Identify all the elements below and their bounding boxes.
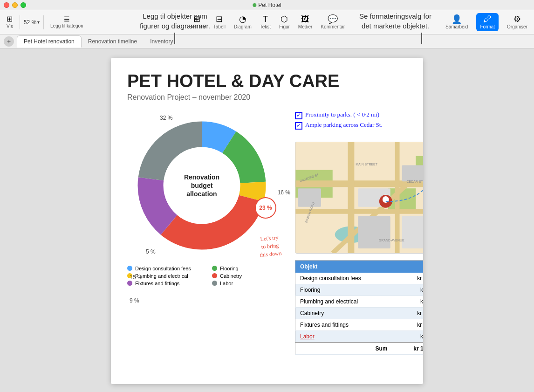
format-icon: 🖊	[483, 15, 492, 23]
figur-icon: ⬡	[281, 15, 288, 23]
table-cell-cost: kr 25 848,9	[392, 284, 424, 296]
table-cell-item: Cabinetry	[295, 307, 392, 319]
tekst-icon: T	[263, 15, 268, 23]
document-area: PET HOTEL & DAY CARE Renovation Project …	[0, 48, 534, 392]
tabell-icon: ⊟	[216, 15, 223, 23]
page-title: PET HOTEL & DAY CARE	[127, 72, 407, 91]
legend-item-flooring: Flooring	[212, 266, 286, 271]
diagram-icon: ◔	[239, 15, 246, 23]
hw-red-note: Let's try to bring this down	[258, 234, 282, 259]
chart-legend: Design consultation fees Flooring Plumbi…	[127, 266, 286, 286]
zoom-control[interactable]: 52 % ▾	[24, 19, 40, 26]
organiser-icon: ⚙	[513, 15, 521, 23]
checkbox-2: ✓	[295, 122, 302, 130]
toolbar-divider-1	[20, 15, 20, 29]
format-button[interactable]: 🖊 Format	[476, 13, 499, 31]
toolbar-left: ⊞ Vis 52 % ▾ ☰ Legg til kategori	[4, 14, 97, 31]
tabell-label: Tabell	[213, 24, 226, 29]
legend-dot-cabinetry	[212, 273, 217, 278]
svg-text:MAIN STREET: MAIN STREET	[356, 162, 377, 165]
table-cell-item: Design consultation fees	[295, 273, 392, 284]
minimize-button[interactable]	[12, 2, 18, 8]
figur-label: Figur	[279, 24, 290, 29]
table-cell-cost: kr 39 017,2	[392, 330, 424, 343]
legg-til-label: Legg til kategori	[50, 23, 83, 28]
sett-inn-button[interactable]: ⊞ Sett inn	[186, 13, 208, 31]
svg-rect-12	[358, 216, 390, 248]
hw-note-2: ✓ Ample parking across Cedar St.	[295, 121, 423, 130]
document-page: PET HOTEL & DAY CARE Renovation Project …	[111, 58, 423, 384]
medier-button[interactable]: 🖼 Medier	[295, 13, 315, 31]
tabell-button[interactable]: ⊟ Tabell	[211, 13, 228, 31]
tab-renovation-timeline[interactable]: Renovation timeline	[82, 35, 144, 48]
table-row: Flooringkr 25 848,9	[295, 284, 424, 296]
samarbeid-icon: 👤	[452, 15, 462, 23]
table-row: Fixtures and fittingskr 27 312,04	[295, 319, 424, 330]
legend-item-design: Design consultation fees	[127, 266, 201, 271]
traffic-lights[interactable]	[4, 2, 26, 8]
toolbar-right: 👤 Samarbeid 🖊 Format ⚙ Organiser	[443, 13, 530, 31]
legend-label-labor: Labor	[220, 281, 233, 286]
table-row: Design consultation feeskr 14 631,45	[295, 273, 424, 284]
table-cell-item: Plumbing and electrical	[295, 296, 392, 307]
title-dot	[253, 3, 256, 7]
legend-label-cabinetry: Cabinetry	[220, 273, 242, 279]
table-sum-row: Sumkr 168 261,68	[295, 343, 424, 355]
diagram-label: Diagram	[234, 24, 252, 29]
map-container: GILMORE ST. MAIN STREET CEDAR STREET RAN…	[295, 142, 423, 254]
table-header-kostnad: Kostnad	[392, 260, 424, 273]
table-cell-item: Flooring	[295, 284, 392, 296]
sidebar-icon: ⊞	[7, 15, 13, 23]
page-subtitle: Renovation Project – november 2020	[127, 93, 407, 102]
figur-button[interactable]: ⬡ Figur	[276, 13, 293, 31]
legend-item-cabinetry: Cabinetry	[212, 273, 286, 279]
checkbox-1: ✓	[295, 112, 302, 119]
table-row: Plumbing and electricalkr 7 803,44	[295, 296, 424, 307]
sett-inn-label: Sett inn	[189, 24, 205, 29]
legend-dot-design	[127, 266, 132, 271]
handwriting-notes: ✓ Proximity to parks. ( < 0·2 mi) ✓ Ampl…	[295, 111, 423, 131]
tab-pet-hotel-renovation[interactable]: Pet Hotel renovation	[17, 35, 82, 48]
medier-label: Medier	[298, 24, 313, 29]
legend-label-plumbing: Plumbing and electrical	[135, 273, 188, 279]
table-row: Laborkr 39 017,2	[295, 330, 424, 343]
add-tab-button[interactable]: +	[4, 36, 14, 47]
svg-rect-10	[298, 188, 321, 207]
donut-chart: Renovation budget allocation	[127, 111, 276, 260]
hw-note-1: ✓ Proximity to parks. ( < 0·2 mi)	[295, 111, 423, 119]
legend-dot-fixtures	[127, 281, 132, 286]
tab-bar: + Pet Hotel renovation Renovation timeli…	[0, 34, 534, 48]
close-button[interactable]	[4, 2, 9, 8]
diagram-button[interactable]: ◔ Diagram	[231, 13, 254, 31]
table-cell-cost: kr 14 631,45	[392, 273, 424, 284]
kommentar-button[interactable]: 💬 Kommentar	[318, 13, 348, 31]
vis-label: Vis	[7, 24, 13, 29]
medier-icon: 🖼	[301, 15, 309, 23]
table-cell-item: Labor	[295, 330, 392, 343]
pct-15: 15 %	[130, 274, 142, 281]
legend-dot-flooring	[212, 266, 217, 271]
toolbar-divider-2	[43, 15, 44, 29]
main-content: PET HOTEL & DAY CARE Renovation Project …	[0, 48, 534, 392]
format-label: Format	[480, 24, 495, 29]
title-bar: Pet Hotel	[0, 0, 534, 10]
tab-inventory[interactable]: Inventory	[144, 35, 179, 48]
legend-label-design: Design consultation fees	[135, 266, 191, 271]
chart-center-label: Renovation budget allocation	[174, 173, 230, 199]
legg-til-button[interactable]: ☰ Legg til kategori	[48, 14, 86, 30]
pct-9: 9 %	[130, 297, 139, 304]
legend-dot-labor	[212, 281, 217, 286]
zoom-chevron: ▾	[37, 20, 40, 25]
fullscreen-button[interactable]	[21, 2, 26, 8]
map-svg: GILMORE ST. MAIN STREET CEDAR STREET RAN…	[295, 142, 423, 253]
organiser-button[interactable]: ⚙ Organiser	[504, 13, 530, 31]
circle-pct-label: 23 %	[255, 197, 276, 219]
list-icon: ☰	[64, 16, 70, 22]
tekst-button[interactable]: T Tekst	[257, 13, 274, 31]
table-cell-item: Fixtures and fittings	[295, 319, 392, 330]
svg-rect-14	[402, 165, 424, 181]
sidebar-toggle-button[interactable]: ⊞ Vis	[4, 14, 16, 31]
table-row: Cabinetrykr 53 648,65	[295, 307, 424, 319]
samarbeid-button[interactable]: 👤 Samarbeid	[443, 13, 471, 31]
toolbar: ⊞ Vis 52 % ▾ ☰ Legg til kategori ⊞ Sett …	[0, 10, 534, 34]
